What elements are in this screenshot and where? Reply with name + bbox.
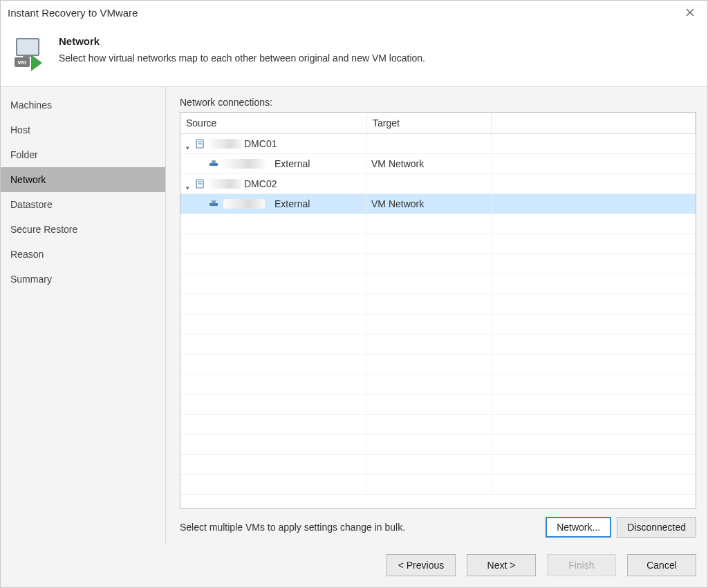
vm-badge: vm <box>15 57 30 67</box>
table-row[interactable] <box>180 274 696 294</box>
cell-target <box>367 134 492 153</box>
sidebar-item-network[interactable]: Network <box>1 167 165 192</box>
table-row[interactable] <box>180 475 696 495</box>
masked-text <box>223 159 265 169</box>
sidebar-item-reason[interactable]: Reason <box>1 242 165 267</box>
disconnected-button[interactable]: Disconnected <box>617 517 696 538</box>
svg-rect-11 <box>212 200 216 203</box>
sidebar-item-host[interactable]: Host <box>1 117 165 142</box>
network-wizard-icon: vm <box>13 38 46 71</box>
chevron-down-icon[interactable] <box>186 141 192 146</box>
cell-spacer <box>492 174 696 193</box>
svg-rect-5 <box>209 163 218 166</box>
window-title: Instant Recovery to VMware <box>8 7 138 19</box>
body: MachinesHostFolderNetworkDatastoreSecure… <box>1 87 707 544</box>
network-name: External <box>274 198 310 209</box>
table-row[interactable] <box>180 334 696 354</box>
col-header-target[interactable]: Target <box>367 113 492 133</box>
table-row[interactable] <box>180 314 696 334</box>
col-header-spacer <box>492 113 696 133</box>
masked-text <box>223 199 265 209</box>
svg-rect-10 <box>209 203 218 206</box>
table-row[interactable] <box>180 415 696 435</box>
page-header: vm Network Select how virtual networks m… <box>1 24 707 87</box>
dialog-window: Instant Recovery to VMware vm Network Se… <box>0 0 708 588</box>
panel-label: Network connections: <box>180 97 696 108</box>
table-row[interactable] <box>180 374 696 395</box>
table-row[interactable]: DMC01 <box>180 134 696 154</box>
finish-button: Finish <box>547 554 616 576</box>
main-panel: Network connections: Source Target DMC01… <box>166 87 707 544</box>
table-row[interactable] <box>180 354 696 374</box>
bulk-hint: Select multiple VMs to apply settings ch… <box>180 522 540 533</box>
table-row[interactable] <box>180 435 696 455</box>
cell-source: DMC01 <box>180 134 367 153</box>
table-row[interactable] <box>180 234 696 254</box>
network-button[interactable]: Network... <box>546 517 611 538</box>
cancel-button[interactable]: Cancel <box>627 554 696 576</box>
svg-rect-6 <box>212 160 216 163</box>
cell-target: VM Network <box>367 154 492 173</box>
table-row[interactable] <box>180 455 696 475</box>
sidebar-item-folder[interactable]: Folder <box>1 142 165 167</box>
sidebar-item-datastore[interactable]: Datastore <box>1 192 165 217</box>
next-button[interactable]: Next > <box>467 554 536 576</box>
network-adapter-icon <box>208 198 219 209</box>
masked-text <box>209 139 243 149</box>
close-icon <box>686 8 694 17</box>
table-row[interactable] <box>180 395 696 415</box>
chevron-down-icon[interactable] <box>186 181 192 187</box>
sidebar-item-secure-restore[interactable]: Secure Restore <box>1 217 165 242</box>
masked-text <box>209 179 243 189</box>
cell-target: VM Network <box>367 194 492 214</box>
table-row[interactable]: ExternalVM Network <box>180 194 696 214</box>
sidebar-item-machines[interactable]: Machines <box>1 93 165 117</box>
host-name: DMC02 <box>244 178 277 189</box>
sidebar-item-summary[interactable]: Summary <box>1 267 165 292</box>
table-row[interactable]: ExternalVM Network <box>180 154 696 174</box>
previous-button[interactable]: < Previous <box>386 554 456 576</box>
cell-spacer <box>492 154 696 173</box>
cell-target <box>367 174 492 193</box>
wizard-footer: < Previous Next > Finish Cancel <box>1 544 707 587</box>
table-row[interactable] <box>180 294 696 314</box>
titlebar: Instant Recovery to VMware <box>1 1 707 24</box>
network-name: External <box>274 158 310 169</box>
table-row[interactable]: DMC02 <box>180 174 696 194</box>
host-name: DMC01 <box>244 138 277 149</box>
table-row[interactable] <box>180 214 696 234</box>
close-button[interactable] <box>680 4 700 21</box>
cell-source: DMC02 <box>180 174 367 193</box>
network-connections-grid: Source Target DMC01ExternalVM NetworkDMC… <box>180 112 696 509</box>
grid-body[interactable]: DMC01ExternalVM NetworkDMC02ExternalVM N… <box>180 134 696 508</box>
below-grid: Select multiple VMs to apply settings ch… <box>180 517 696 538</box>
page-title: Network <box>59 35 425 47</box>
header-text: Network Select how virtual networks map … <box>59 34 425 64</box>
page-subtitle: Select how virtual networks map to each … <box>59 53 425 64</box>
network-adapter-icon <box>208 158 219 169</box>
table-row[interactable] <box>180 254 696 274</box>
cell-spacer <box>492 194 696 214</box>
wizard-steps-sidebar: MachinesHostFolderNetworkDatastoreSecure… <box>1 87 166 544</box>
grid-header: Source Target <box>180 113 696 134</box>
col-header-source[interactable]: Source <box>180 113 367 133</box>
cell-spacer <box>492 134 696 153</box>
server-icon <box>194 178 205 189</box>
cell-source: External <box>180 194 367 214</box>
server-icon <box>194 138 205 149</box>
cell-source: External <box>180 154 367 173</box>
